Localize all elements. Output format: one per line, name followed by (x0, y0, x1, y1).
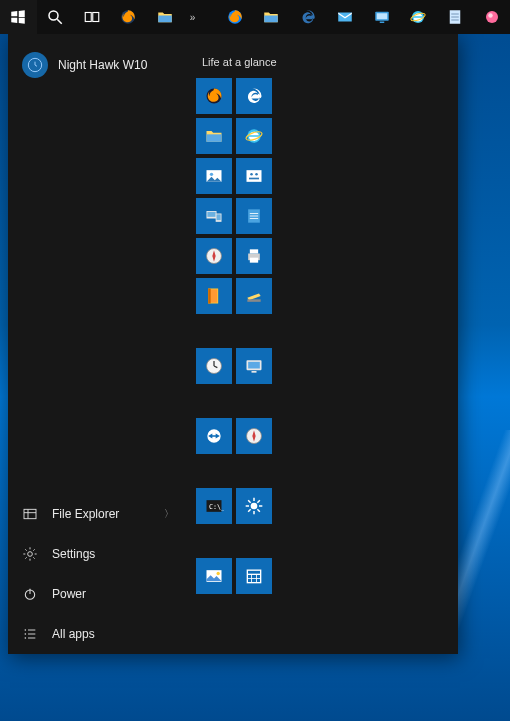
settings-label: Settings (52, 547, 95, 561)
tile-teamviewer[interactable] (196, 418, 232, 454)
svg-rect-56 (247, 299, 260, 302)
picture-icon (204, 566, 224, 586)
tb-firefox[interactable] (110, 0, 147, 34)
tile-book[interactable] (196, 278, 232, 314)
svg-rect-55 (208, 289, 211, 304)
svg-rect-19 (24, 509, 36, 518)
tile-compass[interactable] (196, 238, 232, 274)
user-icon (27, 57, 43, 73)
tb-fileexplorer-2[interactable] (253, 0, 290, 34)
svg-line-77 (257, 500, 260, 503)
svg-rect-36 (247, 170, 262, 182)
teamviewer-icon (204, 426, 224, 446)
tb-ie[interactable] (400, 0, 437, 34)
tile-cmd[interactable]: C:\_ (196, 488, 232, 524)
svg-rect-43 (217, 214, 221, 220)
tb-firefox-2[interactable] (216, 0, 253, 34)
all-apps-item[interactable]: All apps (8, 614, 188, 654)
orb-icon (483, 8, 501, 26)
taskbar-overflow[interactable]: » (183, 12, 201, 23)
svg-point-35 (210, 173, 213, 176)
svg-line-76 (257, 509, 260, 512)
svg-rect-62 (248, 362, 260, 369)
svg-point-17 (488, 13, 493, 18)
start-tiles-area: Life at a glance C:\_ (188, 34, 458, 654)
ie-icon (244, 126, 264, 146)
tile-compass2[interactable] (236, 418, 272, 454)
list-icon (22, 626, 38, 642)
settings-item[interactable]: Settings (8, 534, 188, 574)
firefox-icon (119, 8, 137, 26)
svg-point-27 (25, 637, 27, 639)
tile-notepadblue[interactable] (236, 198, 272, 234)
svg-line-1 (57, 19, 62, 24)
tb-edge[interactable] (290, 0, 327, 34)
folder-icon (262, 8, 280, 26)
sun-icon (244, 496, 264, 516)
svg-rect-2 (85, 13, 91, 22)
tile-firefox[interactable] (196, 78, 232, 114)
tb-fileexplorer[interactable] (147, 0, 184, 34)
tile-photos[interactable] (196, 158, 232, 194)
power-item[interactable]: Power (8, 574, 188, 614)
svg-point-0 (49, 11, 58, 20)
firefox-icon (226, 8, 244, 26)
svg-rect-39 (249, 178, 259, 180)
svg-point-22 (28, 552, 33, 557)
svg-rect-63 (252, 371, 257, 373)
power-icon (22, 586, 38, 602)
file-explorer-item[interactable]: File Explorer 〉 (8, 494, 188, 534)
book-icon (204, 286, 224, 306)
svg-rect-3 (92, 13, 98, 22)
tb-notes[interactable] (437, 0, 474, 34)
group-title[interactable]: Life at a glance (196, 52, 450, 78)
monitor-icon (373, 8, 391, 26)
tile-fileexplorer[interactable] (196, 118, 232, 154)
search-icon (46, 8, 64, 26)
firefox-dark-icon (204, 86, 224, 106)
tile-monitor[interactable] (236, 348, 272, 384)
svg-rect-8 (376, 13, 387, 19)
start-button[interactable] (0, 0, 37, 34)
edge-icon (299, 8, 317, 26)
taskview-button[interactable] (73, 0, 110, 34)
svg-point-38 (255, 173, 258, 176)
windows-icon (9, 8, 27, 26)
folder-icon (156, 8, 174, 26)
tile-edge[interactable] (236, 78, 272, 114)
avatar (22, 52, 48, 78)
username-label: Night Hawk W10 (58, 58, 147, 72)
chevron-right-icon: 〉 (164, 507, 174, 521)
compass-icon (204, 246, 224, 266)
cmd-icon: C:\_ (204, 496, 224, 516)
file-explorer-label: File Explorer (52, 507, 119, 521)
tb-mail[interactable] (327, 0, 364, 34)
svg-rect-81 (247, 570, 260, 583)
compass-icon (244, 426, 264, 446)
tb-util[interactable] (473, 0, 510, 34)
svg-rect-52 (250, 258, 258, 263)
tile-picture[interactable] (196, 558, 232, 594)
tile-ie[interactable] (236, 118, 272, 154)
tile-weather[interactable] (236, 488, 272, 524)
svg-rect-51 (250, 249, 258, 253)
gear-icon (22, 546, 38, 562)
tile-stapler[interactable] (236, 278, 272, 314)
file-explorer-icon (22, 506, 38, 522)
tile-printer[interactable] (236, 238, 272, 274)
monitorwhite-icon (244, 356, 264, 376)
tile-devices[interactable] (196, 198, 232, 234)
search-button[interactable] (37, 0, 74, 34)
tb-monitor[interactable] (363, 0, 400, 34)
svg-point-26 (25, 633, 27, 635)
notepadblue-icon (244, 206, 264, 226)
tile-calendar[interactable] (236, 558, 272, 594)
user-account-button[interactable]: Night Hawk W10 (8, 34, 188, 96)
ie-icon (409, 8, 427, 26)
svg-point-70 (251, 503, 258, 510)
stapler-icon (244, 286, 264, 306)
power-label: Power (52, 587, 86, 601)
tile-control[interactable] (236, 158, 272, 194)
tile-clock[interactable] (196, 348, 232, 384)
start-left-column: Night Hawk W10 File Explorer 〉 Settings … (8, 34, 188, 654)
